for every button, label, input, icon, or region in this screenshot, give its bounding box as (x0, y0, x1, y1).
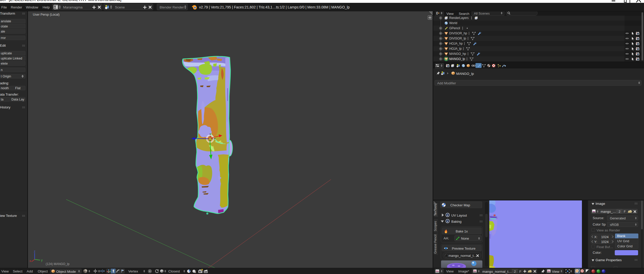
svg-text:x: x (30, 259, 31, 263)
svg-text:s: s (194, 271, 196, 273)
svg-text:z: z (34, 250, 35, 253)
svg-text:y: y (41, 258, 43, 262)
